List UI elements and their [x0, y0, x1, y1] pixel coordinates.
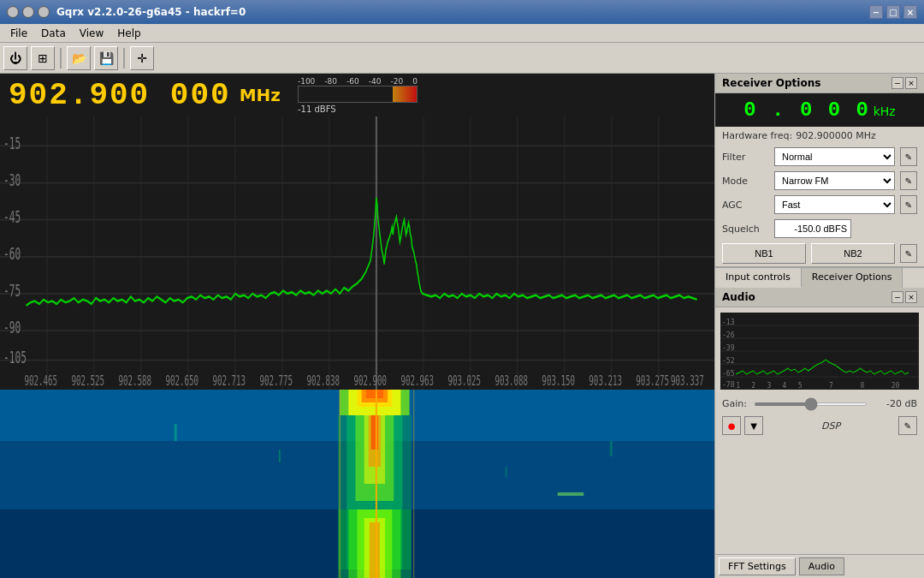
- svg-text:-45: -45: [3, 208, 21, 227]
- svg-text:-65: -65: [722, 370, 735, 378]
- freq-offset-value: 0 . 0 0 0: [743, 98, 870, 122]
- agc-edit-button[interactable]: ✎: [900, 195, 917, 214]
- menu-help[interactable]: Help: [110, 26, 147, 41]
- filter-edit-button[interactable]: ✎: [900, 147, 917, 166]
- frequency-display: 902.900 000 MHz -100 -80 -60 -40 -20 0 -…: [0, 74, 714, 116]
- svg-text:20: 20: [891, 382, 900, 390]
- toolbar-open-button[interactable]: 📂: [67, 46, 91, 70]
- dbfs-scale-label: -20: [390, 77, 403, 86]
- svg-text:-30: -30: [3, 171, 21, 190]
- svg-text:902.588: 902.588: [118, 372, 151, 388]
- toolbar-grid-button[interactable]: ⊞: [31, 46, 55, 70]
- dbfs-scale-label: -40: [369, 77, 382, 86]
- menu-data[interactable]: Data: [34, 26, 73, 41]
- dbfs-bar: [298, 86, 418, 103]
- title-bar: Gqrx v2.2.0-26-g6a45 - hackrf=0 − □ ×: [0, 0, 924, 24]
- bottom-tab-fft-settings[interactable]: FFT Settings: [719, 557, 796, 575]
- audio-close-button[interactable]: ×: [905, 291, 917, 303]
- bottom-tab-bar: FFT Settings Audio: [715, 554, 924, 578]
- audio-collapse-button[interactable]: −: [891, 291, 903, 303]
- svg-text:-15: -15: [3, 134, 21, 153]
- svg-text:903.275: 903.275: [636, 372, 669, 388]
- squelch-input[interactable]: [774, 219, 851, 238]
- receiver-options-controls[interactable]: − ×: [891, 77, 917, 89]
- toolbar-add-button[interactable]: ✛: [130, 46, 154, 70]
- receiver-options-collapse[interactable]: −: [891, 77, 903, 89]
- spectrum-display[interactable]: -15 -30 -45 -60 -75 -90 -105 902.465 902…: [0, 116, 714, 390]
- title-restore[interactable]: □: [886, 5, 900, 19]
- audio-spectrum-display: -13 -26 -39 -52 -65 -78 1 2 3 4 5 7 8 20: [720, 313, 919, 390]
- svg-text:-75: -75: [3, 282, 21, 301]
- svg-text:8: 8: [860, 382, 864, 390]
- nb-edit-button[interactable]: ✎: [900, 244, 917, 263]
- dbfs-value: -11 dBFS: [298, 104, 336, 114]
- audio-title: Audio: [722, 291, 755, 303]
- record-button[interactable]: ●: [722, 416, 741, 435]
- agc-row: AGC Fast Medium Slow Off ✎: [715, 193, 924, 217]
- filter-select-wrapper[interactable]: Normal Narrow: [774, 147, 895, 166]
- agc-select[interactable]: Fast Medium Slow Off: [774, 195, 895, 214]
- filter-select[interactable]: Normal Narrow: [774, 147, 895, 166]
- spectrum-container[interactable]: -15 -30 -45 -60 -75 -90 -105 902.465 902…: [0, 116, 714, 390]
- svg-text:1: 1: [736, 382, 740, 390]
- dbfs-scale-label: -80: [324, 77, 337, 86]
- svg-text:7: 7: [829, 382, 833, 390]
- mode-row: Mode Narrow FM Wide FM AM USB LSB ✎: [715, 169, 924, 193]
- gain-row: Gain: -20 dB: [715, 395, 924, 413]
- mode-edit-button[interactable]: ✎: [900, 171, 917, 190]
- svg-text:-78: -78: [722, 381, 735, 389]
- toolbar-separator-2: [123, 48, 125, 69]
- svg-rect-71: [506, 467, 507, 477]
- svg-text:902.465: 902.465: [25, 372, 58, 388]
- audio-panel-controls[interactable]: − ×: [891, 291, 917, 303]
- agc-select-wrapper[interactable]: Fast Medium Slow Off: [774, 195, 895, 214]
- toolbar-save-button[interactable]: 💾: [94, 46, 118, 70]
- toolbar: ⏻ ⊞ 📂 💾 ✛: [0, 43, 924, 74]
- minimize-button[interactable]: [22, 6, 34, 18]
- waterfall-display[interactable]: [0, 390, 714, 578]
- svg-text:902.838: 902.838: [306, 372, 340, 388]
- title-close[interactable]: ×: [903, 5, 917, 19]
- svg-text:-60: -60: [3, 245, 21, 264]
- gain-label: Gain:: [722, 398, 747, 409]
- menu-bar: File Data View Help: [0, 24, 924, 43]
- svg-text:903.088: 903.088: [495, 372, 528, 388]
- close-button[interactable]: [7, 6, 19, 18]
- receiver-options-header: Receiver Options − ×: [715, 74, 924, 93]
- audio-edit-button[interactable]: ✎: [898, 416, 917, 435]
- nb2-button[interactable]: NB2: [811, 243, 895, 264]
- filter-label: Filter: [722, 152, 769, 163]
- svg-text:2: 2: [751, 382, 755, 390]
- svg-text:902.963: 902.963: [400, 372, 434, 388]
- receiver-options-close[interactable]: ×: [905, 77, 917, 89]
- right-panel: Receiver Options − × 0 . 0 0 0 kHz Hardw…: [714, 74, 924, 578]
- tab-input-controls[interactable]: Input controls: [715, 268, 802, 288]
- gain-value: -20 dB: [874, 398, 917, 409]
- filter-row: Filter Normal Narrow ✎: [715, 145, 924, 169]
- freq-offset-display: 0 . 0 0 0 kHz: [715, 93, 924, 127]
- tab-receiver-options[interactable]: Receiver Options: [802, 268, 903, 288]
- mode-select[interactable]: Narrow FM Wide FM AM USB LSB: [774, 171, 895, 190]
- gain-slider[interactable]: [754, 402, 868, 406]
- audio-down-button[interactable]: ▼: [744, 416, 763, 435]
- nb1-button[interactable]: NB1: [722, 243, 806, 264]
- title-right-controls[interactable]: − □ ×: [869, 5, 917, 19]
- title-minimize[interactable]: −: [869, 5, 883, 19]
- agc-label: AGC: [722, 200, 769, 211]
- menu-view[interactable]: View: [73, 26, 110, 41]
- mode-label: Mode: [722, 176, 769, 187]
- bottom-tab-audio[interactable]: Audio: [799, 557, 844, 575]
- waterfall-svg[interactable]: [0, 390, 714, 578]
- receiver-options-title: Receiver Options: [722, 77, 820, 89]
- svg-text:3: 3: [767, 382, 771, 390]
- toolbar-power-button[interactable]: ⏻: [3, 46, 27, 70]
- dsp-label: DSP: [767, 420, 895, 432]
- nb-row: NB1 NB2 ✎: [715, 241, 924, 266]
- svg-text:902.775: 902.775: [259, 372, 293, 388]
- menu-file[interactable]: File: [3, 26, 34, 41]
- svg-rect-72: [610, 441, 613, 456]
- mode-select-wrapper[interactable]: Narrow FM Wide FM AM USB LSB: [774, 171, 895, 190]
- maximize-button[interactable]: [38, 6, 50, 18]
- dbfs-scale-label: 0: [412, 77, 418, 86]
- window-controls[interactable]: [7, 6, 50, 18]
